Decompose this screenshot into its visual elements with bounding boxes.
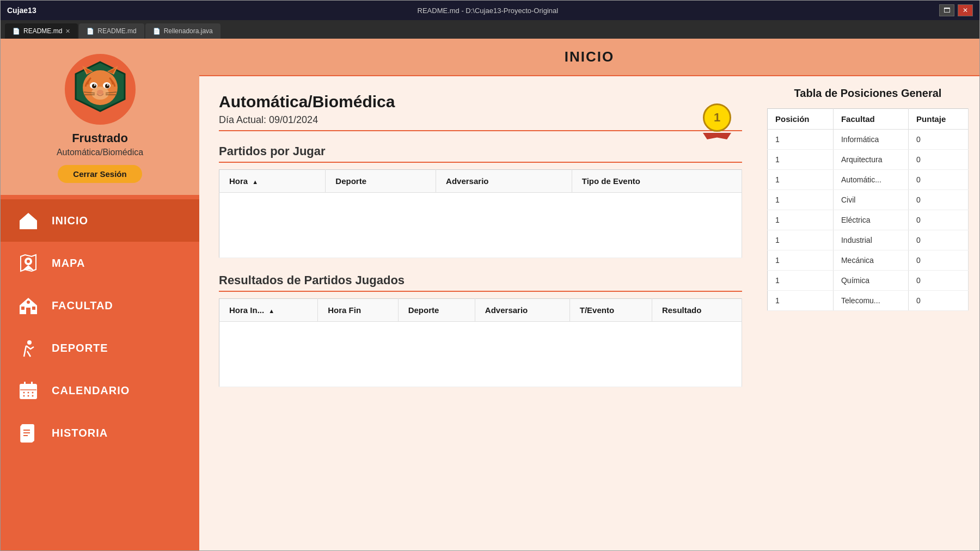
- sidebar-label-inicio: INICIO: [52, 215, 88, 227]
- col-posicion: Posición: [768, 109, 834, 130]
- tab-readme-2[interactable]: 📄 README.md: [79, 23, 144, 39]
- medal-number: 1: [703, 103, 731, 132]
- sort-arrow-hora-inicio: ▲: [268, 308, 274, 314]
- col-deporte[interactable]: Deporte: [326, 170, 436, 193]
- resultados-table: Hora In... ▲ Hora Fin Deporte: [219, 298, 742, 387]
- col-deporte-label: Deporte: [335, 176, 366, 186]
- sidebar-item-deporte[interactable]: DEPORTE: [1, 327, 199, 369]
- resultados-header-row: Hora In... ▲ Hora Fin Deporte: [219, 299, 742, 322]
- col-puntaje: Puntaje: [909, 109, 969, 130]
- tab-icon-3: 📄: [153, 28, 161, 35]
- svg-rect-33: [31, 382, 33, 386]
- svg-point-27: [27, 340, 32, 345]
- faculty-cell-0: Informática: [833, 130, 908, 150]
- col-resultado-label: Resultado: [662, 305, 702, 315]
- faculty-icon: [17, 294, 40, 317]
- resultados-empty-cell: [219, 322, 742, 387]
- content-wrapper: Automática/Biomédica Día Actual: 09/01/2…: [219, 93, 742, 387]
- svg-rect-23: [26, 308, 30, 314]
- pos-cell-2: 1: [768, 170, 834, 190]
- positions-title: Tabla de Posiciones General: [767, 87, 969, 100]
- profile-area: Frustrado Automática/Biomédica Cerrar Se…: [1, 39, 199, 195]
- tab-close-1[interactable]: ✕: [65, 28, 70, 35]
- svg-rect-32: [24, 382, 26, 386]
- medal-badge: 1: [703, 103, 731, 139]
- sidebar-label-facultad: FACULTAD: [52, 299, 113, 312]
- svg-point-11: [107, 84, 108, 86]
- positions-row-2: 1 Automátic... 0: [768, 170, 969, 190]
- title-bar-path: README.md - D:\Cujae13-Proyecto-Original: [418, 7, 559, 15]
- col-hora-label: Hora: [229, 176, 248, 186]
- svg-point-20: [27, 260, 30, 263]
- col-hora[interactable]: Hora ▲: [219, 170, 326, 193]
- svg-point-38: [28, 395, 29, 397]
- col-tipo-evento-label: Tipo de Evento: [582, 176, 640, 186]
- faculty-cell-3: Civil: [833, 190, 908, 210]
- sidebar-label-deporte: DEPORTE: [52, 342, 108, 354]
- pos-cell-5: 1: [768, 230, 834, 250]
- col-hora-inicio-label: Hora In...: [229, 305, 264, 315]
- col-adversario[interactable]: Adversario: [436, 170, 572, 193]
- col-resultado[interactable]: Resultado: [652, 299, 742, 322]
- score-cell-4: 0: [909, 210, 969, 230]
- col-adversario-res[interactable]: Adversario: [475, 299, 569, 322]
- tab-rellenadora[interactable]: 📄 Rellenadora.java: [145, 23, 220, 39]
- col-hora-fin-label: Hora Fin: [328, 305, 361, 315]
- col-deporte-res[interactable]: Deporte: [398, 299, 475, 322]
- svg-point-35: [28, 392, 29, 394]
- minimize-button[interactable]: 🗖: [939, 4, 954, 16]
- pos-cell-7: 1: [768, 271, 834, 291]
- faculty-cell-2: Automátic...: [833, 170, 908, 190]
- page-title: INICIO: [565, 48, 614, 65]
- col-deporte-res-label: Deporte: [408, 305, 439, 315]
- pos-cell-6: 1: [768, 250, 834, 271]
- tab-icon-2: 📄: [87, 28, 94, 35]
- pos-cell-0: 1: [768, 130, 834, 150]
- content-area: Automática/Biomédica Día Actual: 09/01/2…: [199, 76, 979, 550]
- col-adversario-label: Adversario: [446, 176, 488, 186]
- positions-row-5: 1 Industrial 0: [768, 230, 969, 250]
- sidebar-item-mapa[interactable]: MAPA: [1, 242, 199, 284]
- score-cell-2: 0: [909, 170, 969, 190]
- col-tipo-evento[interactable]: Tipo de Evento: [572, 170, 742, 193]
- positions-row-4: 1 Eléctrica 0: [768, 210, 969, 230]
- resultados-title: Resultados de Partidos Jugados: [219, 273, 742, 292]
- positions-row-0: 1 Informática 0: [768, 130, 969, 150]
- faculty-cell-8: Telecomu...: [833, 291, 908, 311]
- close-button[interactable]: ✕: [958, 4, 973, 16]
- logout-button[interactable]: Cerrar Sesión: [58, 165, 142, 183]
- col-tevento[interactable]: T/Evento: [569, 299, 652, 322]
- svg-rect-42: [21, 426, 33, 442]
- faculty-cell-1: Arquitectura: [833, 150, 908, 170]
- svg-point-39: [32, 395, 34, 397]
- sidebar-item-facultad[interactable]: FACULTAD: [1, 284, 199, 327]
- right-panel: Tabla de Posiciones General Posición Fac…: [762, 76, 979, 550]
- profile-name: Frustrado: [72, 131, 128, 145]
- positions-row-6: 1 Mecánica 0: [768, 250, 969, 271]
- faculty-cell-6: Mecánica: [833, 250, 908, 271]
- faculty-cell-4: Eléctrica: [833, 210, 908, 230]
- resultados-empty-row: [219, 322, 742, 387]
- positions-row-3: 1 Civil 0: [768, 190, 969, 210]
- top-bar: INICIO: [199, 39, 979, 76]
- date-line: Día Actual: 09/01/2024: [219, 114, 742, 131]
- tab-readme-1[interactable]: 📄 README.md ✕: [5, 23, 78, 39]
- sports-icon: [17, 336, 40, 359]
- svg-rect-30: [20, 384, 36, 390]
- sidebar-label-mapa: MAPA: [52, 257, 85, 270]
- sidebar-item-calendario[interactable]: CALENDARIO: [1, 369, 199, 412]
- tiger-icon: [70, 59, 130, 119]
- sidebar-item-inicio[interactable]: INICIO: [1, 199, 199, 242]
- sort-arrow-hora: ▲: [252, 179, 258, 185]
- faculty-cell-7: Química: [833, 271, 908, 291]
- score-cell-3: 0: [909, 190, 969, 210]
- col-adversario-res-label: Adversario: [485, 305, 528, 315]
- positions-row-7: 1 Química 0: [768, 271, 969, 291]
- partidos-table: Hora ▲ Deporte Adversario: [219, 169, 742, 258]
- col-hora-fin[interactable]: Hora Fin: [318, 299, 398, 322]
- col-hora-inicio[interactable]: Hora In... ▲: [219, 299, 318, 322]
- col-facultad: Facultad: [833, 109, 908, 130]
- section-title: Automática/Biomédica: [219, 93, 742, 111]
- medal-ribbon: [703, 133, 731, 139]
- sidebar-item-historia[interactable]: HISTORIA: [1, 412, 199, 454]
